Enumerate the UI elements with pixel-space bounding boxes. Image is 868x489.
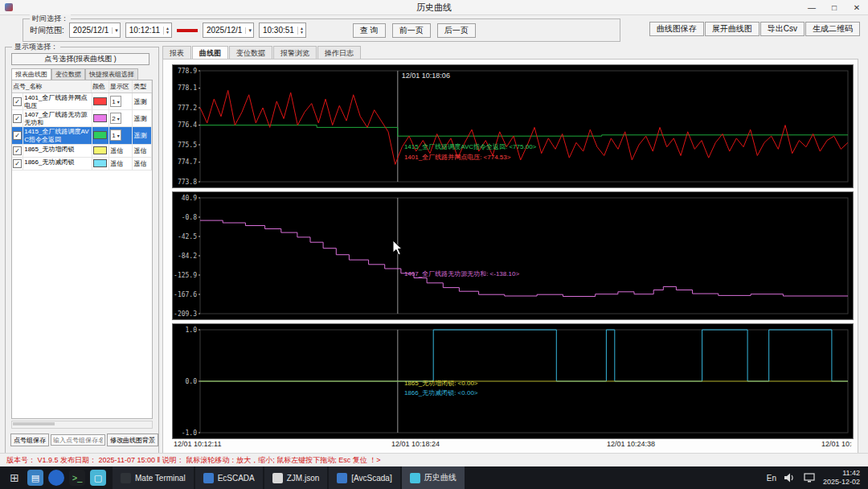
left-tab-1[interactable]: 变位数据 bbox=[51, 68, 85, 80]
save-point-group-button[interactable]: 点号组保存 bbox=[10, 434, 49, 446]
language-indicator[interactable]: En bbox=[767, 474, 776, 483]
chevron-down-icon: ▾ bbox=[117, 116, 120, 121]
chevron-down-icon[interactable]: ▾ bbox=[112, 27, 118, 34]
spinner-icon[interactable]: ▲▼ bbox=[297, 27, 304, 35]
row-checkbox[interactable]: ✓ bbox=[13, 146, 22, 155]
zone-select[interactable]: 1▾ bbox=[110, 129, 121, 141]
y-tick-label: -125.9 bbox=[174, 272, 197, 279]
minimize-button[interactable]: — bbox=[800, 1, 823, 14]
maximize-button[interactable]: □ bbox=[823, 1, 845, 14]
start-menu-icon[interactable]: ⊞ bbox=[6, 470, 23, 486]
taskbar-launchers: ⊞▤>_▢ bbox=[0, 470, 113, 486]
expand-curve-button[interactable]: 展开曲线图 bbox=[705, 22, 760, 36]
y-tick-label: -84.2 bbox=[178, 253, 197, 260]
next-page-button[interactable]: 后一页 bbox=[437, 23, 476, 38]
annotation-1: 1401_全厂线路并网点电压: <774.53> bbox=[404, 154, 511, 161]
task-button-3[interactable]: [AvcScada] bbox=[329, 466, 399, 489]
chart-svg-0: 778.9778.1777.2776.4775.5774.7773.812/01… bbox=[173, 65, 853, 187]
zone-select[interactable]: 2▾ bbox=[110, 113, 121, 124]
table-row[interactable]: ✓1865_无功增闭锁遥信遥信 bbox=[12, 145, 152, 158]
point-type: 遥信 bbox=[133, 145, 152, 157]
left-tab-2[interactable]: 快捷报表组选择 bbox=[85, 68, 138, 80]
taskbar-tasks: Mate TerminalEcSCADAZJM.json[AvcScada]历史… bbox=[113, 466, 466, 489]
chevron-down-icon[interactable]: ▾ bbox=[245, 27, 252, 34]
task-button-0[interactable]: Mate Terminal bbox=[113, 466, 194, 489]
chevron-down-icon: ▾ bbox=[117, 133, 120, 138]
main-tab-0[interactable]: 报表 bbox=[162, 46, 191, 59]
zone-text: 遥信 bbox=[110, 146, 123, 155]
file-manager-icon[interactable]: ▤ bbox=[27, 470, 43, 486]
export-csv-button[interactable]: 导出Csv bbox=[760, 22, 805, 36]
table-row[interactable]: ✓1407_全厂线路无功源无功和2▾遥测 bbox=[12, 110, 152, 127]
task-icon bbox=[121, 473, 131, 483]
end-time-input[interactable]: 10:30:51 ▲▼ bbox=[259, 23, 306, 38]
main-tab-3[interactable]: 报警浏览 bbox=[273, 46, 317, 59]
table-row[interactable]: ✓1415_全厂线路调度AVC指令全返回1▾遥测 bbox=[12, 127, 152, 144]
task-button-4[interactable]: 历史曲线 bbox=[402, 466, 465, 489]
row-checkbox[interactable]: ✓ bbox=[13, 131, 22, 140]
spinner-icon[interactable]: ▲▼ bbox=[163, 27, 170, 35]
task-icon bbox=[203, 473, 214, 483]
chart-panel-reactive-power[interactable]: 40.9-0.8-42.5-84.2-125.9-167.6-209.31407… bbox=[172, 191, 854, 320]
prev-page-button[interactable]: 前一页 bbox=[392, 23, 431, 38]
y-tick-label: 1.0 bbox=[186, 327, 198, 334]
color-swatch bbox=[93, 131, 107, 139]
main-tab-2[interactable]: 变位数据 bbox=[229, 46, 272, 59]
window-title: 历史曲线 bbox=[0, 2, 868, 14]
y-tick-label: 0.0 bbox=[186, 378, 198, 385]
taskbar: ⊞▤>_▢ Mate TerminalEcSCADAZJM.json[AvcSc… bbox=[0, 466, 868, 489]
x-axis-label-0: 12/01 10:12:11 bbox=[174, 440, 221, 448]
table-row[interactable]: ✓1866_无功减闭锁遥信遥信 bbox=[12, 158, 152, 171]
y-tick-label: 776.4 bbox=[178, 121, 197, 129]
annotation-0: 1415_全厂线路调度AVC指令全返回: <775.00> bbox=[404, 143, 537, 150]
mouse-cursor bbox=[392, 240, 403, 256]
main-tab-4[interactable]: 操作日志 bbox=[317, 46, 361, 59]
task-button-1[interactable]: EcSCADA bbox=[195, 466, 263, 489]
row-checkbox[interactable]: ✓ bbox=[13, 97, 22, 106]
point-table: 点号_名称颜色显示区类型✓1401_全厂线路并网点电压1▾遥测✓1407_全厂线… bbox=[11, 80, 153, 419]
volume-icon[interactable] bbox=[784, 473, 796, 483]
point-name: 1865_无功增闭锁 bbox=[23, 145, 92, 157]
start-date-value: 2025/12/1 bbox=[73, 26, 109, 35]
start-time-input[interactable]: 10:12:11 ▲▼ bbox=[125, 23, 172, 38]
chart-panel-digital[interactable]: 1.00.0-1.01865_无功增闭锁: <0.00>1866_无功减闭锁: … bbox=[172, 323, 854, 439]
system-tray: En 11:42 2025-12-02 bbox=[767, 469, 868, 487]
clock[interactable]: 11:42 2025-12-02 bbox=[823, 469, 860, 487]
y-tick-label: 778.1 bbox=[178, 84, 197, 92]
chart-area: 778.9778.1777.2776.4775.5774.7773.812/01… bbox=[162, 59, 858, 454]
table-horizontal-scrollbar[interactable] bbox=[11, 421, 153, 429]
chart-svg-2: 1.00.0-1.01865_无功增闭锁: <0.00>1866_无功减闭锁: … bbox=[173, 324, 853, 438]
monitor-app-icon[interactable]: ▢ bbox=[90, 470, 106, 486]
table-row[interactable]: ✓1401_全厂线路并网点电压1▾遥测 bbox=[12, 93, 152, 110]
scrollbar-thumb[interactable] bbox=[13, 422, 55, 425]
display-item-label: 显示项选择： bbox=[12, 43, 60, 51]
display-icon[interactable] bbox=[804, 473, 815, 483]
query-button[interactable]: 查 询 bbox=[353, 23, 386, 38]
modify-chart-bg-button[interactable]: 修改曲线图背景 bbox=[107, 434, 158, 446]
end-date-value: 2025/12/1 bbox=[207, 26, 243, 35]
task-label: Mate Terminal bbox=[135, 474, 186, 483]
zone-select[interactable]: 1▾ bbox=[110, 96, 121, 107]
annotation-1: 1866_无功减闭锁: <0.00> bbox=[404, 389, 478, 397]
task-button-2[interactable]: ZJM.json bbox=[264, 466, 328, 489]
y-tick-label: 775.5 bbox=[178, 142, 197, 149]
terminal-icon[interactable]: >_ bbox=[69, 470, 85, 486]
point-type: 遥测 bbox=[133, 93, 152, 109]
close-button[interactable]: ✕ bbox=[845, 1, 868, 14]
save-curve-button[interactable]: 曲线图保存 bbox=[649, 22, 704, 36]
point-name: 1407_全厂线路无功源无功和 bbox=[23, 110, 92, 126]
row-checkbox[interactable]: ✓ bbox=[13, 159, 22, 168]
chart-panel-voltage[interactable]: 778.9778.1777.2776.4775.5774.7773.812/01… bbox=[172, 64, 854, 188]
gen-qr-button[interactable]: 生成二维码 bbox=[805, 22, 860, 36]
browser-icon[interactable] bbox=[48, 470, 64, 486]
main-tab-1[interactable]: 曲线图 bbox=[192, 46, 228, 59]
point-select-button[interactable]: 点号选择(报表曲线图 ) bbox=[11, 53, 149, 65]
column-header-0: 点号_名称 bbox=[12, 80, 92, 92]
end-date-select[interactable]: 2025/12/1 ▾ bbox=[203, 23, 254, 38]
left-tab-0[interactable]: 报表曲线图 bbox=[11, 68, 51, 80]
row-checkbox[interactable]: ✓ bbox=[13, 114, 22, 123]
task-label: [AvcScada] bbox=[351, 474, 391, 483]
clock-date: 2025-12-02 bbox=[823, 478, 860, 487]
group-name-input[interactable] bbox=[51, 434, 105, 446]
start-date-select[interactable]: 2025/12/1 ▾ bbox=[69, 23, 121, 38]
